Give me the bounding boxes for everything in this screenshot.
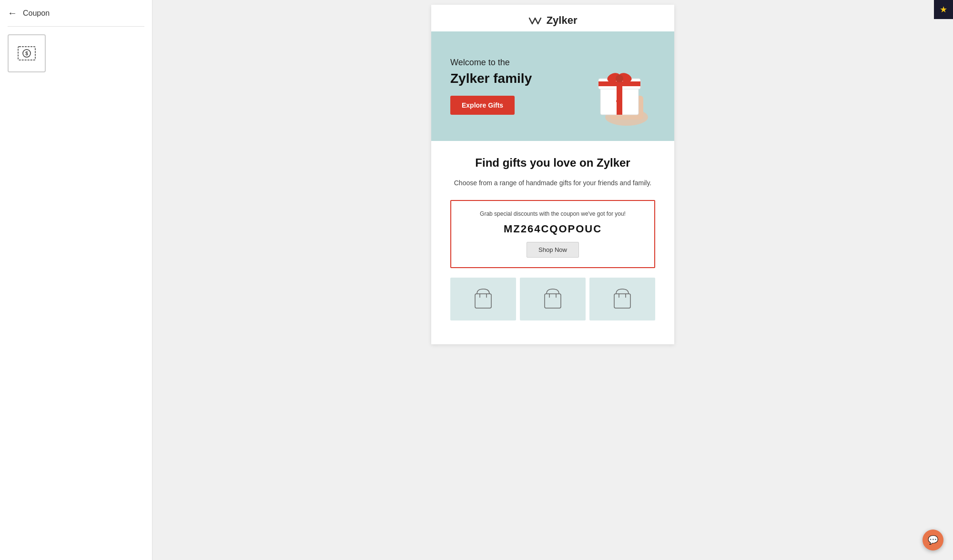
- hero-subtitle: Welcome to the: [450, 58, 532, 68]
- chat-button[interactable]: 💬: [923, 530, 943, 550]
- coupon-template-thumbnail[interactable]: $: [8, 34, 46, 72]
- bag-icon-1: [471, 285, 495, 313]
- chat-icon: 💬: [928, 535, 938, 545]
- hero-text-block: Welcome to the Zylker family Explore Gif…: [450, 58, 532, 115]
- svg-rect-19: [614, 294, 630, 308]
- bag-item-3: [589, 278, 655, 320]
- bag-icon-2: [541, 285, 565, 313]
- svg-text:$: $: [25, 51, 28, 56]
- email-logo: Zylker: [431, 5, 674, 31]
- bag-icon-3: [610, 285, 634, 313]
- main-heading: Find gifts you love on Zylker: [450, 155, 655, 170]
- sidebar: ← Coupon $: [0, 0, 152, 560]
- gift-box-svg: ♥: [581, 43, 658, 129]
- bag-item-2: [520, 278, 586, 320]
- coupon-box: Grab special discounts with the coupon w…: [450, 200, 655, 268]
- hero-title: Zylker family: [450, 70, 532, 87]
- logo-text: Zylker: [547, 14, 578, 26]
- sub-text: Choose from a range of handmade gifts fo…: [450, 178, 655, 188]
- bag-item-1: [450, 278, 516, 320]
- svg-text:♥: ♥: [616, 97, 621, 107]
- svg-rect-16: [545, 294, 561, 308]
- gift-box-illustration: ♥: [574, 41, 665, 131]
- bag-grid: [450, 278, 655, 330]
- sidebar-header: ← Coupon: [8, 8, 144, 27]
- star-icon: ★: [940, 4, 947, 15]
- coupon-code: MZ264CQOPOUC: [461, 223, 645, 235]
- logo-icon: [528, 16, 542, 26]
- back-button[interactable]: ←: [8, 8, 17, 19]
- svg-point-11: [616, 75, 623, 82]
- coupon-promo-text: Grab special discounts with the coupon w…: [461, 210, 645, 217]
- hero-banner: Welcome to the Zylker family Explore Gif…: [431, 31, 674, 141]
- svg-rect-13: [475, 294, 491, 308]
- sidebar-title: Coupon: [23, 9, 50, 18]
- main-content: ★ Zylker Welcome to the Zylker family Ex…: [152, 0, 953, 560]
- explore-gifts-button[interactable]: Explore Gifts: [450, 96, 515, 115]
- star-button[interactable]: ★: [934, 0, 953, 19]
- email-preview: Zylker Welcome to the Zylker family Expl…: [431, 5, 674, 344]
- shop-now-button[interactable]: Shop Now: [527, 242, 579, 258]
- coupon-template-icon: $: [16, 43, 37, 64]
- email-body: Find gifts you love on Zylker Choose fro…: [431, 141, 674, 344]
